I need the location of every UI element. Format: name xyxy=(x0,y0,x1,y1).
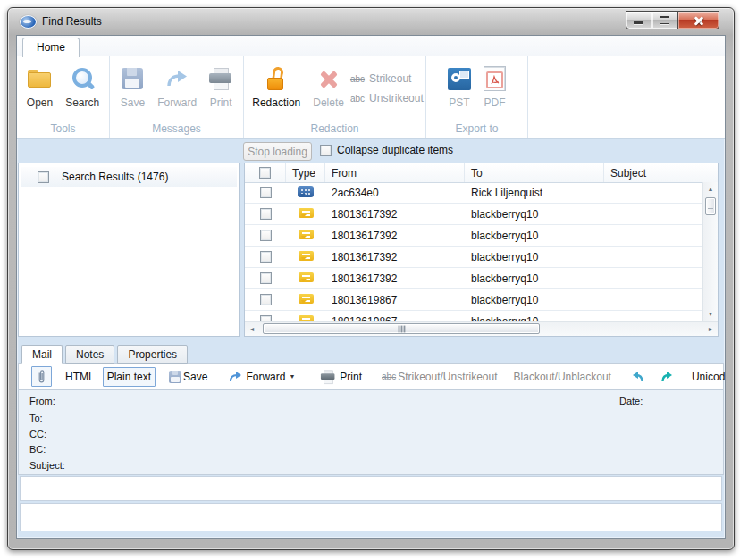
forward-button[interactable]: Forward xyxy=(151,64,203,109)
undo-button[interactable] xyxy=(626,367,649,386)
row-checkbox[interactable] xyxy=(260,272,272,284)
row-checkbox[interactable] xyxy=(260,251,272,263)
list-toolbar: Stop loading Collapse duplicate items xyxy=(17,142,725,162)
redaction-label: Redaction xyxy=(252,96,300,109)
table-row[interactable]: 18013617392 blackberryq10 xyxy=(245,204,702,225)
html-view-button[interactable]: HTML xyxy=(61,367,99,387)
open-button[interactable]: Open xyxy=(21,64,59,109)
tree-root-checkbox[interactable] xyxy=(38,171,49,183)
encoding-dropdown[interactable]: Unicode (UTF-8) ▼ xyxy=(687,367,726,387)
client-area: Home Open Search Tools xyxy=(16,35,726,539)
tab-notes[interactable]: Notes xyxy=(65,345,114,364)
scroll-up-icon[interactable]: ▲ xyxy=(704,182,717,196)
ribbon: Home Open Search Tools xyxy=(17,36,725,139)
cell-from: 18013617392 xyxy=(325,230,465,242)
app-window: Find Results Home Open xyxy=(7,7,735,550)
export-pdf-button[interactable]: PDF xyxy=(477,64,512,109)
sms-message-icon xyxy=(299,208,314,221)
date-field-label: Date: xyxy=(619,396,643,406)
tab-mail[interactable]: Mail xyxy=(21,345,63,364)
plain-text-view-button[interactable]: Plain text xyxy=(103,367,156,387)
header-subject[interactable]: Subject xyxy=(604,163,718,182)
header-from[interactable]: From xyxy=(325,163,465,182)
window-controls xyxy=(626,11,719,29)
unstrikeout-button[interactable]: abc Unstrikeout xyxy=(350,88,424,108)
save-button[interactable]: Save xyxy=(114,64,151,109)
row-checkbox[interactable] xyxy=(260,294,272,305)
header-to[interactable]: To xyxy=(465,163,604,182)
redaction-button[interactable]: Redaction xyxy=(246,64,307,109)
forward-arrow-icon xyxy=(165,64,189,93)
ribbon-tab-row: Home xyxy=(17,36,725,56)
vertical-scrollbar[interactable]: ▲ ▼ xyxy=(702,182,718,321)
tab-properties[interactable]: Properties xyxy=(117,345,188,364)
cell-to: blackberryq10 xyxy=(465,294,604,306)
app-logo-icon xyxy=(20,15,37,29)
attachment-button[interactable] xyxy=(31,366,52,387)
table-row[interactable]: 18013617392 blackberryq10 xyxy=(245,268,702,289)
strikeout-label: Strikeout xyxy=(369,72,411,85)
bbm-chat-icon xyxy=(298,186,314,200)
tree-root-row[interactable]: Search Results (1476) xyxy=(21,167,237,187)
maximize-button[interactable] xyxy=(652,11,678,29)
sms-message-icon xyxy=(299,230,314,242)
cell-from: 18013617392 xyxy=(325,272,465,285)
strikeout-stack: abc Strikeout abc Unstrikeout xyxy=(350,64,424,108)
blackout-unblackout-button[interactable]: Blackout/Unblackout xyxy=(509,367,616,387)
save-label: Save xyxy=(121,96,145,109)
unstrikeout-label: Unstrikeout xyxy=(369,92,424,104)
header-type[interactable]: Type xyxy=(286,163,325,182)
title-bar[interactable]: Find Results xyxy=(8,8,734,35)
select-all-checkbox[interactable] xyxy=(259,167,271,179)
row-checkbox[interactable] xyxy=(260,187,272,198)
delete-button[interactable]: Delete xyxy=(307,64,350,109)
table-row[interactable]: 18013617392 blackberryq10 xyxy=(245,247,702,268)
header-checkbox-cell xyxy=(245,163,286,182)
group-caption-tools: Tools xyxy=(17,122,109,135)
vertical-scroll-thumb[interactable] xyxy=(705,197,716,215)
printer-icon xyxy=(321,370,335,383)
sms-message-icon xyxy=(299,272,314,285)
minimize-icon xyxy=(634,21,643,24)
strikeout-button[interactable]: abc Strikeout xyxy=(350,69,424,88)
message-header-fields: From: Date: To: CC: BC: Subject: xyxy=(18,390,724,475)
row-checkbox[interactable] xyxy=(260,230,272,241)
table-row[interactable]: 2ac634e0 Rick Liljenquist xyxy=(245,182,702,204)
forward-message-button[interactable]: Forward ▼ xyxy=(224,367,299,387)
search-results-tree: Search Results (1476) xyxy=(18,163,240,337)
minimize-button[interactable] xyxy=(626,11,652,29)
close-button[interactable] xyxy=(677,11,719,29)
table-row[interactable]: 18013619867 blackberryq10 xyxy=(245,289,702,311)
stop-loading-button[interactable]: Stop loading xyxy=(243,142,312,161)
table-header: Type From To Subject xyxy=(245,163,718,183)
forward-arrow-icon xyxy=(229,371,242,382)
ribbon-body: Open Search Tools Save xyxy=(17,56,725,138)
horizontal-scrollbar[interactable]: ◄ ► xyxy=(245,321,718,336)
save-floppy-icon xyxy=(122,64,143,93)
ribbon-empty-space xyxy=(528,56,725,138)
collapse-duplicates-checkbox[interactable] xyxy=(320,145,332,156)
ribbon-group-redaction: Redaction Delete abc Strikeout xyxy=(244,56,426,138)
collapse-duplicates-control: Collapse duplicate items xyxy=(320,144,453,156)
search-button[interactable]: Search xyxy=(59,64,105,109)
horizontal-scroll-thumb[interactable] xyxy=(263,323,540,334)
message-body-pane[interactable] xyxy=(20,476,722,501)
print-button[interactable]: Print xyxy=(203,64,239,109)
scroll-down-icon[interactable]: ▼ xyxy=(704,307,717,321)
redo-button[interactable] xyxy=(656,367,678,386)
export-pst-button[interactable]: PST xyxy=(441,64,477,109)
tree-root-label: Search Results (1476) xyxy=(62,171,168,183)
save-message-button[interactable]: Save xyxy=(164,367,212,387)
abc-unstrikeout-icon: abc xyxy=(350,94,365,104)
table-row[interactable]: 18013619867 blackberryq10 xyxy=(245,311,702,321)
tab-home[interactable]: Home xyxy=(22,38,80,57)
row-checkbox[interactable] xyxy=(260,208,272,220)
table-row[interactable]: 18013617392 blackberryq10 xyxy=(245,225,702,247)
scroll-left-icon[interactable]: ◄ xyxy=(245,322,259,335)
message-attachment-pane[interactable] xyxy=(20,503,722,531)
print-message-button[interactable]: Print xyxy=(315,366,366,388)
scroll-right-icon[interactable]: ► xyxy=(703,322,718,335)
group-caption-export: Export to xyxy=(426,122,527,135)
strikeout-unstrikeout-button[interactable]: abc Strikeout/Unstrikeout xyxy=(377,367,502,387)
maximize-icon xyxy=(660,16,669,24)
